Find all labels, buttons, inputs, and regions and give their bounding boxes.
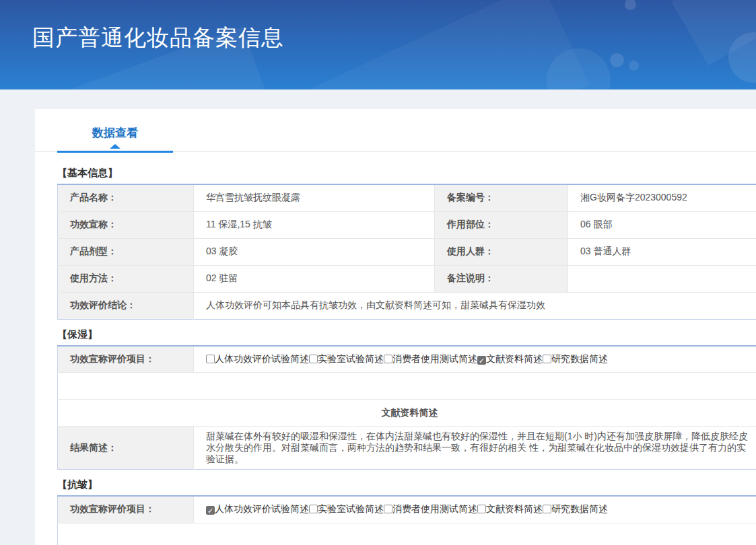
section-heading-antiwrinkle: 【抗皱】 [57, 478, 756, 491]
table-row [58, 523, 756, 545]
checkbox-label: 消费者使用测试简述 [392, 353, 477, 365]
field-label-evaluation-conclusion: 功效评价结论： [58, 292, 194, 319]
checkbox-label: 研究数据简述 [551, 353, 608, 365]
antiwrinkle-checkbox-group: ✓人体功效评价试验简述实验室试验简述消费者使用测试简述文献资料简述研究数据简述 [194, 496, 756, 523]
checkbox-unchecked-icon[interactable] [477, 505, 486, 513]
table-row: 使用方法： 02 驻留 备注说明： [58, 265, 756, 292]
checkbox-unchecked-icon[interactable] [309, 355, 318, 363]
checkbox-checked-icon[interactable]: ✓ [477, 356, 486, 365]
checkbox-label: 研究数据简述 [551, 503, 608, 515]
tab-bar: 数据查看 [35, 109, 756, 152]
field-label-product-name: 产品名称： [58, 184, 194, 211]
field-label-claim-evaluation-items: 功效宣称评价项目： [58, 346, 194, 373]
field-label-result-summary: 结果简述： [58, 427, 194, 470]
field-label-remarks: 备注说明： [435, 265, 568, 292]
subsection-title-literature-summary: 文献资料简述 [58, 400, 756, 427]
field-value-usage-method: 02 驻留 [194, 265, 435, 292]
empty-row [58, 523, 756, 545]
table-row: 文献资料简述 [58, 400, 756, 427]
table-row: 产品名称： 华宫雪抗皱抚纹眼凝露 备案编号： 湘G妆网备字2023000592 [58, 184, 756, 211]
checkbox-label: 消费者使用测试简述 [392, 503, 477, 515]
field-value-evaluation-conclusion: 人体功效评价可知本品具有抗皱功效，由文献资料简述可知，甜菜碱具有保湿功效 [194, 292, 756, 319]
field-label-usage-method: 使用方法： [58, 265, 194, 292]
field-value-target-users: 03 普通人群 [568, 238, 756, 265]
table-row: 功效评价结论： 人体功效评价可知本品具有抗皱功效，由文献资料简述可知，甜菜碱具有… [58, 292, 756, 319]
section-heading-basic-info: 【基本信息】 [57, 167, 756, 180]
checkbox-unchecked-icon[interactable] [543, 505, 551, 513]
field-value-dosage-form: 03 凝胶 [194, 238, 435, 265]
field-value-remarks [568, 265, 756, 292]
table-row: 功效宣称评价项目： ✓人体功效评价试验简述实验室试验简述消费者使用测试简述文献资… [58, 496, 756, 523]
field-value-filing-number: 湘G妆网备字2023000592 [568, 184, 756, 211]
checkbox-label: 文献资料简述 [486, 503, 543, 515]
checkbox-label: 人体功效评价试验简述 [215, 353, 309, 365]
decor-band [279, 0, 590, 89]
tab-data-view[interactable]: 数据查看 [57, 125, 173, 153]
decor-circle [629, 61, 639, 71]
moisturizing-checkbox-group: 人体功效评价试验简述实验室试验简述消费者使用测试简述✓文献资料简述研究数据简述 [194, 346, 756, 373]
table-row: 功效宣称： 11 保湿,15 抗皱 作用部位： 06 眼部 [58, 211, 756, 238]
checkbox-label: 实验室试验简述 [318, 353, 384, 365]
basic-info-table: 产品名称： 华宫雪抗皱抚纹眼凝露 备案编号： 湘G妆网备字2023000592 … [57, 184, 756, 320]
field-label-target-users: 使用人群： [435, 238, 568, 265]
field-value-efficacy-claim: 11 保湿,15 抗皱 [194, 211, 435, 238]
page-header-banner: 国产普通化妆品备案信息 [0, 0, 756, 89]
checkbox-label: 人体功效评价试验简述 [215, 503, 309, 515]
checkbox-checked-icon[interactable]: ✓ [206, 506, 215, 515]
checkbox-unchecked-icon[interactable] [309, 505, 318, 513]
checkbox-unchecked-icon[interactable] [543, 355, 551, 363]
antiwrinkle-table: 功效宣称评价项目： ✓人体功效评价试验简述实验室试验简述消费者使用测试简述文献资… [57, 495, 756, 545]
field-label-claim-evaluation-items: 功效宣称评价项目： [58, 496, 194, 523]
moisturizing-table: 功效宣称评价项目： 人体功效评价试验简述实验室试验简述消费者使用测试简述✓文献资… [57, 345, 756, 470]
decor-circle [625, 0, 636, 10]
field-value-product-name: 华宫雪抗皱抚纹眼凝露 [194, 184, 435, 211]
checkbox-unchecked-icon[interactable] [384, 505, 392, 513]
decor-band [671, 0, 756, 66]
checkbox-label: 文献资料简述 [486, 353, 543, 365]
empty-row [58, 373, 756, 400]
checkbox-label: 实验室试验简述 [318, 503, 384, 515]
table-row: 结果简述： 甜菜碱在体外有较好的吸湿和保湿性，在体内法甜菜碱也有较好的保湿性，并… [58, 427, 756, 470]
field-label-application-site: 作用部位： [435, 211, 568, 238]
table-row [58, 373, 756, 400]
table-row: 功效宣称评价项目： 人体功效评价试验简述实验室试验简述消费者使用测试简述✓文献资… [58, 346, 756, 373]
field-value-result-summary: 甜菜碱在体外有较好的吸湿和保湿性，在体内法甜菜碱也有较好的保湿性，并且在短期(1… [194, 427, 756, 470]
field-label-dosage-form: 产品剂型： [58, 238, 194, 265]
table-row: 产品剂型： 03 凝胶 使用人群： 03 普通人群 [58, 238, 756, 265]
field-value-application-site: 06 眼部 [568, 211, 756, 238]
page-title: 国产普通化妆品备案信息 [32, 23, 284, 53]
checkbox-unchecked-icon[interactable] [206, 355, 215, 363]
decor-circle [610, 53, 624, 67]
section-heading-moisturizing: 【保湿】 [57, 328, 756, 341]
checkbox-unchecked-icon[interactable] [384, 355, 392, 363]
decor-circle [547, 48, 611, 89]
field-label-efficacy-claim: 功效宣称： [58, 211, 194, 238]
decor-circle [728, 32, 756, 83]
content-area: 【基本信息】 产品名称： 华宫雪抗皱抚纹眼凝露 备案编号： 湘G妆网备字2023… [35, 167, 756, 545]
field-label-filing-number: 备案编号： [435, 184, 568, 211]
content-card: 数据查看 【基本信息】 产品名称： 华宫雪抗皱抚纹眼凝露 备案编号： 湘G妆网备… [35, 109, 756, 545]
